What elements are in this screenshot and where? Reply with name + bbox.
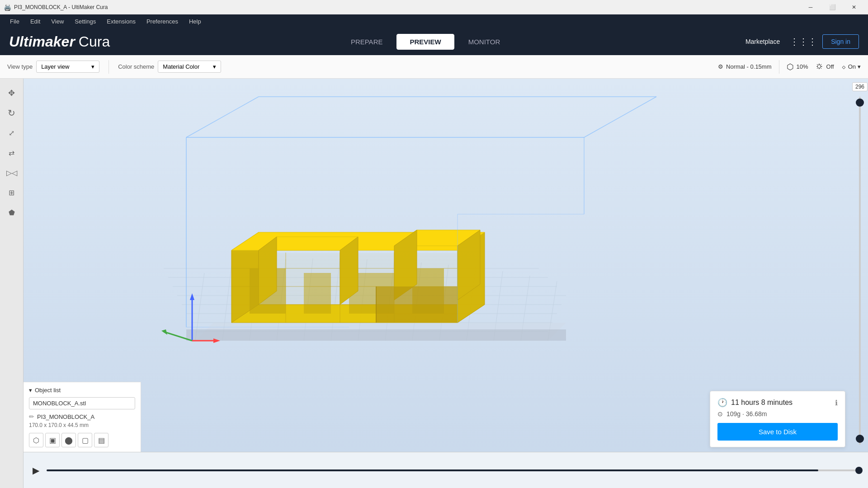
menu-item-extensions[interactable]: Extensions [102, 16, 140, 27]
apps-grid-icon[interactable]: ⋮⋮⋮ [790, 36, 817, 47]
view-mode-color[interactable]: ▤ [94, 433, 108, 447]
view-mode-wireframe[interactable]: ▣ [45, 433, 60, 447]
adhesion-icon: ⬦ [841, 62, 846, 71]
tab-preview[interactable]: PREVIEW [396, 34, 454, 50]
print-time-value: 11 hours 8 minutes [731, 399, 793, 407]
object-meta: ✏ PI3_MONOBLOCK_A [29, 413, 135, 420]
settings-icon: ⚙ [718, 63, 723, 70]
logo-cura: Cura [79, 33, 110, 50]
support-setting[interactable]: ⛭ Off [816, 62, 834, 71]
color-scheme-select[interactable]: Material Color ▾ [158, 61, 221, 73]
print-settings-button[interactable]: ⚙ Normal - 0.15mm [718, 63, 771, 70]
viewport[interactable]: ▾ Object list ✏ PI3_MONOBLOCK_A 170.0 x … [24, 79, 868, 488]
object-list-panel: ▾ Object list ✏ PI3_MONOBLOCK_A 170.0 x … [24, 382, 141, 452]
menu-item-edit[interactable]: Edit [26, 16, 45, 27]
svg-marker-103 [376, 286, 458, 323]
tool-group[interactable]: ⬟ [3, 203, 21, 221]
layer-slider: 296 [852, 79, 868, 452]
object-list-label: Object list [35, 387, 61, 394]
tool-rotate[interactable]: ↻ [3, 104, 21, 122]
view-mode-xray[interactable]: ⬤ [61, 433, 76, 447]
clock-icon: 🕐 [717, 398, 727, 408]
color-scheme-label: Color scheme [118, 63, 154, 70]
nav-tabs: PREPARE PREVIEW MONITOR [338, 34, 513, 50]
infill-setting[interactable]: ⬡ 10% [787, 62, 808, 72]
layer-bottom-thumb[interactable] [856, 435, 864, 443]
app-icon: 🖨️ [4, 4, 11, 11]
adhesion-chevron: ▾ [858, 63, 861, 70]
menu-item-preferences[interactable]: Preferences [142, 16, 183, 27]
header-right: Marketplace ⋮⋮⋮ Sign in [741, 34, 859, 49]
logo: Ultimaker Cura [9, 33, 110, 50]
tab-monitor[interactable]: MONITOR [455, 34, 514, 50]
object-name-input[interactable] [29, 397, 135, 409]
view-modes: ⬡ ▣ ⬤ ▢ ▤ [29, 433, 135, 447]
view-type-chevron: ▾ [91, 63, 94, 70]
main: ✥ ↻ ⤢ ⇄ ▷◁ ⊞ ⬟ [0, 79, 868, 488]
object-dimensions: 170.0 x 170.0 x 44.5 mm [29, 422, 135, 428]
restore-button[interactable]: ⬜ [822, 0, 843, 14]
print-material: ⊙ 109g · 36.68m [717, 410, 838, 418]
tab-prepare[interactable]: PREPARE [338, 34, 396, 50]
layer-top-thumb[interactable] [856, 99, 864, 107]
view-mode-layers[interactable]: ▢ [78, 433, 92, 447]
color-scheme-chevron: ▾ [213, 63, 216, 70]
tool-support[interactable]: ▷◁ [3, 164, 21, 182]
object-list-header[interactable]: ▾ Object list [29, 387, 135, 394]
titlebar: 🖨️ PI3_MONOBLOCK_A - UltiMaker Cura ─ ⬜ … [0, 0, 868, 14]
layer-range-slider[interactable] [859, 97, 861, 445]
view-type-value: Layer view [41, 63, 69, 70]
menu-item-help[interactable]: Help [184, 16, 206, 27]
tool-per-model[interactable]: ⊞ [3, 183, 21, 202]
bottom-panel: ▶ [24, 452, 868, 488]
view-type-group: View type Layer view ▾ [7, 61, 99, 73]
svg-marker-32 [186, 329, 566, 341]
material-icon: ⊙ [717, 410, 723, 418]
support-value: Off [826, 63, 834, 70]
adhesion-value: On [848, 63, 856, 70]
logo-ultimaker: Ultimaker [9, 33, 75, 50]
window-title: PI3_MONOBLOCK_A - UltiMaker Cura [14, 4, 108, 10]
playback-slider[interactable] [47, 469, 859, 471]
info-icon[interactable]: ℹ [835, 399, 838, 407]
toolbar-divider-2 [779, 60, 779, 74]
save-to-disk-button[interactable]: Save to Disk [717, 423, 838, 441]
menu-item-settings[interactable]: Settings [70, 16, 100, 27]
menu-item-file[interactable]: File [5, 16, 24, 27]
tool-move[interactable]: ✥ [3, 84, 21, 102]
material-value: 109g · 36.68m [726, 410, 767, 418]
menu-item-view[interactable]: View [47, 16, 68, 27]
toolbar-right: ⚙ Normal - 0.15mm ⬡ 10% ⛭ Off ⬦ On ▾ [718, 60, 861, 74]
infill-icon: ⬡ [787, 62, 794, 72]
view-mode-solid[interactable]: ⬡ [29, 433, 43, 447]
playback-thumb[interactable] [855, 467, 863, 474]
infill-value: 10% [797, 63, 808, 70]
view-type-label: View type [7, 63, 33, 70]
view-type-select[interactable]: Layer view ▾ [36, 61, 99, 73]
titlebar-controls: ─ ⬜ ✕ [800, 0, 864, 14]
layer-max-count: 296 [852, 82, 868, 91]
print-info-panel: 🕐 11 hours 8 minutes ℹ ⊙ 109g · 36.68m S… [710, 391, 845, 447]
playback-progress [47, 469, 818, 471]
play-button[interactable]: ▶ [33, 465, 39, 476]
collapse-icon: ▾ [29, 387, 32, 394]
marketplace-button[interactable]: Marketplace [741, 35, 784, 48]
object-display-name: PI3_MONOBLOCK_A [37, 413, 94, 420]
minimize-button[interactable]: ─ [800, 0, 821, 14]
left-sidebar: ✥ ↻ ⤢ ⇄ ▷◁ ⊞ ⬟ [0, 79, 24, 488]
menubar: FileEditViewSettingsExtensionsPreference… [0, 14, 868, 28]
toolbar-bar: View type Layer view ▾ Color scheme Mate… [0, 55, 868, 79]
svg-rect-94 [304, 273, 331, 314]
toolbar-divider-1 [108, 60, 109, 74]
header: Ultimaker Cura PREPARE PREVIEW MONITOR M… [0, 28, 868, 55]
tool-scale[interactable]: ⤢ [3, 124, 21, 142]
color-scheme-group: Color scheme Material Color ▾ [118, 61, 221, 73]
edit-icon[interactable]: ✏ [29, 413, 34, 420]
adhesion-setting[interactable]: ⬦ On ▾ [841, 62, 861, 71]
titlebar-left: 🖨️ PI3_MONOBLOCK_A - UltiMaker Cura [4, 4, 108, 11]
signin-button[interactable]: Sign in [822, 34, 859, 49]
print-time: 🕐 11 hours 8 minutes ℹ [717, 398, 838, 408]
settings-value: Normal - 0.15mm [726, 63, 771, 70]
close-button[interactable]: ✕ [844, 0, 864, 14]
tool-mirror[interactable]: ⇄ [3, 144, 21, 162]
